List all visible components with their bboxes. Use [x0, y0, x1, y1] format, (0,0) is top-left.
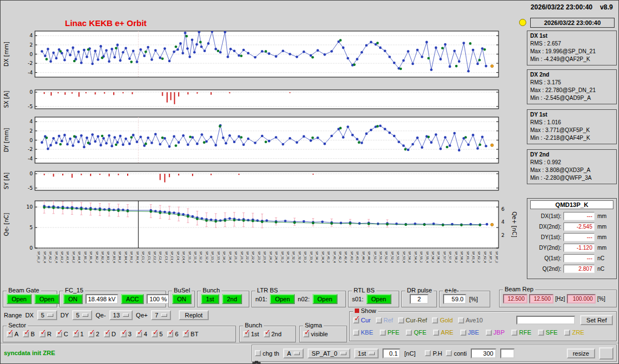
show-checkbox-jbe[interactable]: JBE [460, 329, 479, 336]
monitor-name[interactable]: QMD13P_K [530, 200, 613, 209]
sector-checkbox-d[interactable]: ✓D [104, 331, 116, 337]
checkbox-box [564, 330, 570, 336]
checkbox-label: Ave10 [466, 317, 483, 323]
camera-icon [252, 361, 261, 364]
busel-on-button[interactable]: ON [172, 294, 192, 304]
x-tick-label: SP_B3_4 [112, 251, 116, 263]
show-checkbox-pfe[interactable]: PFE [380, 329, 399, 336]
beam-rep-value-2[interactable]: 12.500 [529, 294, 553, 304]
x-tick-label: SP_56_2 [431, 251, 435, 263]
bunch-select[interactable]: 1st [354, 348, 379, 358]
y-axis-label-DY: DY [mm] [3, 128, 9, 153]
stats-dx-2nd: DX 2nd RMS : 3.175 Max : 22.780@SP_DN_21… [527, 69, 617, 104]
fc15-acc-button[interactable]: ACC [121, 294, 144, 304]
show-checkbox-zre[interactable]: ZRE [564, 329, 584, 336]
checkbox-label: 3 [128, 331, 132, 337]
range-qem-select[interactable]: 13 [109, 310, 133, 320]
dr-pulse-field[interactable]: 2 [410, 294, 429, 304]
show-checkbox-cur-ref[interactable]: Cur-Ref [398, 317, 427, 323]
resize-button[interactable]: resize [567, 348, 595, 358]
check-mark: ✓ [137, 328, 143, 336]
sector-checkbox-2[interactable]: ✓2 [88, 331, 99, 337]
bunch-checkbox-2nd[interactable]: ✓2nd [264, 331, 281, 337]
checkbox-label: D [112, 331, 116, 337]
check-mark: ✓ [153, 328, 159, 336]
s01-open-button[interactable]: Open [366, 294, 391, 304]
sector-checkbox-bt[interactable]: ✓BT [183, 331, 198, 337]
beam-rep-percent[interactable]: 100.000 [567, 294, 596, 304]
svg-text:-2: -2 [28, 60, 33, 66]
sector-checkbox-6[interactable]: ✓6 [167, 331, 178, 337]
show-checkbox-are[interactable]: ARE [433, 329, 454, 336]
set-ref-input[interactable] [516, 316, 575, 325]
x-tick-label: SP_11_2 [188, 251, 192, 263]
bunch-select-group: Bunch 1st 2nd [197, 291, 249, 307]
x-tick-label: SP_44_4 [367, 251, 371, 263]
x-tick-label: SP_34_2 [315, 251, 319, 263]
sector-checkbox-1[interactable]: ✓1 [73, 331, 84, 337]
replot-button[interactable]: Replot [179, 310, 209, 320]
fc15-percent-field[interactable]: 100 % [147, 294, 169, 304]
range-dx-select[interactable]: 5 [37, 310, 57, 320]
threshold-input[interactable] [383, 348, 400, 358]
sector-checkbox-b[interactable]: ✓B [23, 331, 34, 337]
count-input[interactable] [471, 348, 496, 358]
show-checkbox-ave10[interactable]: Ave10 [458, 317, 483, 323]
beam-gate-open-1-button[interactable]: Open [7, 294, 32, 304]
fc15-kv-field[interactable]: 18.498 kV [85, 294, 119, 304]
range-qep-label: Qe+ [136, 312, 148, 318]
range-dy-select[interactable]: 5 [72, 310, 92, 320]
sector-checkbox-4[interactable]: ✓4 [136, 331, 147, 337]
beam-gate-open-2-button[interactable]: Open [34, 294, 59, 304]
sector-checkbox-5[interactable]: ✓5 [152, 331, 163, 337]
monitor-row: DY(1st):---mm [530, 232, 613, 242]
show-checkbox-sfe[interactable]: SFE [538, 329, 557, 336]
stats-min: Min : -2.218@QAF4P_K [530, 134, 613, 142]
n02-open-button[interactable]: Open [313, 294, 338, 304]
conti-checkbox[interactable]: conti [446, 350, 466, 357]
sector-select[interactable]: A [283, 348, 304, 358]
bunch-2nd-button[interactable]: 2nd [222, 294, 242, 304]
bunch-checkbox-1st[interactable]: ✓1st [243, 331, 259, 337]
show-checkbox-ref[interactable]: Ref [376, 317, 393, 323]
sector-checkbox-r[interactable]: ✓R [39, 331, 52, 337]
x-tick-label: SP_13_4 [217, 251, 220, 263]
sector-checkbox-a[interactable]: ✓A [7, 331, 18, 337]
x-tick-label: SP_BT_1 [489, 251, 492, 263]
x-tick-label: SP_31_4 [286, 251, 290, 263]
sector-checkbox-c[interactable]: ✓C [56, 331, 68, 337]
show-checkbox-jbp[interactable]: JBP [486, 329, 505, 336]
epe-ratio-field[interactable]: 59.0 [443, 294, 466, 304]
set-ref-button[interactable]: Set Ref [580, 315, 613, 325]
show-checkbox-kbe[interactable]: KBE [353, 329, 373, 336]
show-checkbox-qfe[interactable]: QFE [406, 329, 426, 336]
x-tick-label: SP_42_2 [338, 251, 342, 263]
stats-rms: RMS : 1.016 [530, 119, 613, 127]
n01-open-button[interactable]: Open [270, 294, 295, 304]
show-checkbox-gold[interactable]: Gold [432, 317, 452, 323]
bunch-1st-button[interactable]: 1st [201, 294, 219, 304]
show-checkbox-cur[interactable]: ✓Cur [353, 317, 371, 323]
monitor-select[interactable]: SP_AT_0 [308, 348, 350, 358]
ph-checkbox[interactable]: P.H [425, 350, 442, 357]
show-checkbox-rfe[interactable]: RFE [511, 329, 531, 336]
sigma-checkbox-visible[interactable]: ✓visible [303, 331, 328, 337]
check-mark: ✓ [24, 328, 30, 336]
extra-input[interactable] [500, 348, 515, 358]
checkbox-box [486, 330, 492, 336]
x-tick-label: SP_61_2 [466, 251, 470, 263]
chg-th-checkbox[interactable]: chg th [255, 350, 279, 357]
screenshot-button[interactable] [599, 347, 613, 360]
x-tick-label: SP_C4_4 [182, 251, 185, 263]
checkbox-box [353, 330, 359, 336]
beam-rep-value-1[interactable]: 12.500 [503, 294, 527, 304]
range-qep-select[interactable]: 7 [151, 310, 171, 320]
x-tick-label: SP_33_2 [303, 251, 307, 263]
fc15-on-button[interactable]: ON [63, 294, 83, 304]
svg-text:-5: -5 [28, 104, 33, 109]
checkbox-box [380, 330, 386, 336]
check-mark: ✓ [184, 328, 190, 336]
checkbox-box: ✓ [136, 331, 142, 337]
stats-title: DX 2nd [530, 71, 613, 79]
sector-checkbox-3[interactable]: ✓3 [120, 331, 132, 337]
